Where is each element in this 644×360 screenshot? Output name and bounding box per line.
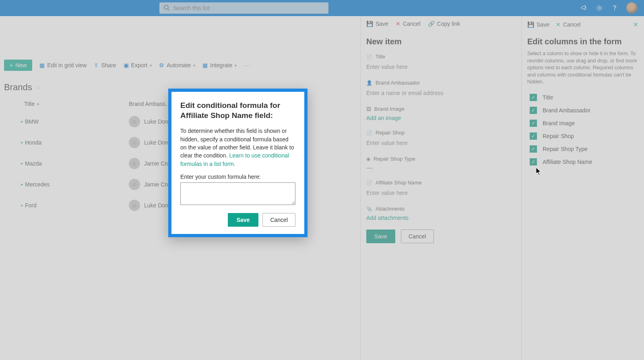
col-header-title[interactable]: Title ▾ [24,101,129,107]
save-icon: 💾 [366,21,373,27]
close-icon: ✕ [556,21,561,28]
panel-heading: New item [366,37,516,46]
field-title: 📄Title [366,54,516,72]
share-icon: ⇪ [94,62,99,68]
more-button[interactable]: ··· [244,62,251,68]
megaphone-icon[interactable] [580,4,588,12]
plus-icon: + [10,62,13,68]
add-image-link[interactable]: Add an image [366,115,401,121]
suite-header [0,0,644,16]
automate-button[interactable]: ⚙Automate ▾ [159,62,195,68]
search-input[interactable] [159,2,328,14]
image-icon: 🖼 [366,106,371,112]
attachment-icon: 📎 [366,206,372,212]
new-label: New [15,62,27,68]
dialog-cancel-button[interactable]: Cancel [262,213,295,227]
checkbox-icon: ✓ [530,132,537,140]
repair-type-value[interactable]: — [366,164,373,171]
cols-heading: Edit columns in the form [527,37,638,46]
edit-grid-button[interactable]: ▦Edit in grid view [39,62,87,68]
formula-label: Enter your custom formula here: [180,174,295,180]
ambassador-input[interactable] [366,88,516,98]
field-repair-type: ◉Repair Shop Type — [366,156,516,172]
checkbox-icon: ✓ [530,120,537,127]
grid-icon: ▦ [39,62,45,68]
cols-cancel-button[interactable]: ✕Cancel [556,21,581,28]
link-icon: 🔗 [428,21,435,27]
excel-icon: ▣ [124,62,129,68]
choice-icon: ◉ [366,156,370,162]
cols-save-button[interactable]: 💾Save [527,21,549,28]
chevron-down-icon: ▾ [193,63,195,68]
checkbox-icon: ✓ [530,107,537,114]
topbar-right [580,2,638,14]
integrate-icon: ▦ [202,62,208,68]
edit-columns-panel: 💾Save ✕Cancel ✕ Edit columns in the form… [521,16,644,360]
field-image: 🖼Brand Image Add an image [366,106,516,122]
field-affiliate: 📄Affiliate Shop Name [366,180,516,198]
column-checkbox-item[interactable]: ✓Repair Shop [530,132,638,140]
row-title: Mercedes [25,181,129,188]
checkbox-icon: ✓ [530,158,537,166]
column-checkbox-item[interactable]: ✓Repair Shop Type [530,145,638,153]
add-attachments-link[interactable]: Add attachments [366,215,409,221]
share-label: Share [101,62,116,68]
person-icon: 👤 [366,80,372,86]
conditional-formula-dialog: Edit conditional formula for Affiliate S… [168,89,308,237]
text-icon: 📄 [366,180,372,186]
panel-close-button[interactable]: ✕ [633,21,638,28]
search-icon [163,4,170,11]
chevron-down-icon: ▾ [37,102,39,106]
export-button[interactable]: ▣Export ▾ [124,62,152,68]
search-wrap [159,2,328,14]
user-avatar[interactable] [626,2,638,14]
formula-textarea[interactable] [180,182,295,205]
export-label: Export [131,62,147,68]
edit-grid-label: Edit in grid view [47,62,87,68]
repair-input[interactable] [366,138,516,148]
column-checkbox-item[interactable]: ✓Title [530,94,638,101]
column-checkbox-item[interactable]: ✓Brand Image [530,120,638,127]
save-button[interactable]: 💾Save [366,21,388,27]
dialog-heading: Edit conditional formula for Affiliate S… [180,101,295,120]
field-attachments: 📎Attachments Add attachments [366,206,516,221]
save-icon: 💾 [527,21,534,28]
row-ambassador: ☺Jamie Crust [129,158,174,169]
integrate-label: Integrate [210,62,232,68]
help-icon[interactable] [611,4,618,12]
row-ambassador: ☺Jamie Crust [129,179,174,190]
person-icon: ☺ [129,200,140,211]
row-title: Ford [25,202,129,209]
svg-point-0 [164,5,168,9]
column-checkbox-item[interactable]: ✓Brand Ambassador [530,107,638,114]
flow-icon: ⚙ [159,62,164,68]
text-icon: 📄 [366,130,372,136]
person-icon: ☺ [129,179,140,190]
text-icon: 📄 [366,54,372,60]
cancel-button[interactable]: ✕Cancel [396,21,421,27]
star-icon[interactable]: ☆ [36,84,41,91]
person-icon: ☺ [129,158,140,169]
close-icon: ✕ [396,21,400,27]
chevron-down-icon: ▾ [235,63,237,68]
title-input[interactable] [366,62,516,72]
integrate-button[interactable]: ▦Integrate ▾ [202,62,237,68]
copy-link-button[interactable]: 🔗Copy link [428,21,460,27]
share-button[interactable]: ⇪Share [94,62,116,68]
new-item-panel: 💾Save ✕Cancel 🔗Copy link New item 📄Title… [360,16,521,360]
dialog-save-button[interactable]: Save [228,213,259,227]
row-title: Honda [25,139,129,146]
checkbox-icon: ✓ [530,145,537,153]
checkbox-icon: ✓ [530,94,537,101]
affiliate-input[interactable] [366,188,516,198]
column-checklist: ✓Title ✓Brand Ambassador ✓Brand Image ✓R… [527,94,638,166]
form-save-button[interactable]: Save [366,230,395,243]
chevron-down-icon: ▾ [150,63,152,68]
column-checkbox-item[interactable]: ✓Affiliate Shop Name [530,158,638,166]
person-icon: ☺ [129,137,140,148]
svg-line-1 [168,9,169,10]
form-cancel-button[interactable]: Cancel [401,230,434,243]
automate-label: Automate [167,62,191,68]
new-button[interactable]: +New [4,60,32,71]
gear-icon[interactable] [596,4,603,12]
